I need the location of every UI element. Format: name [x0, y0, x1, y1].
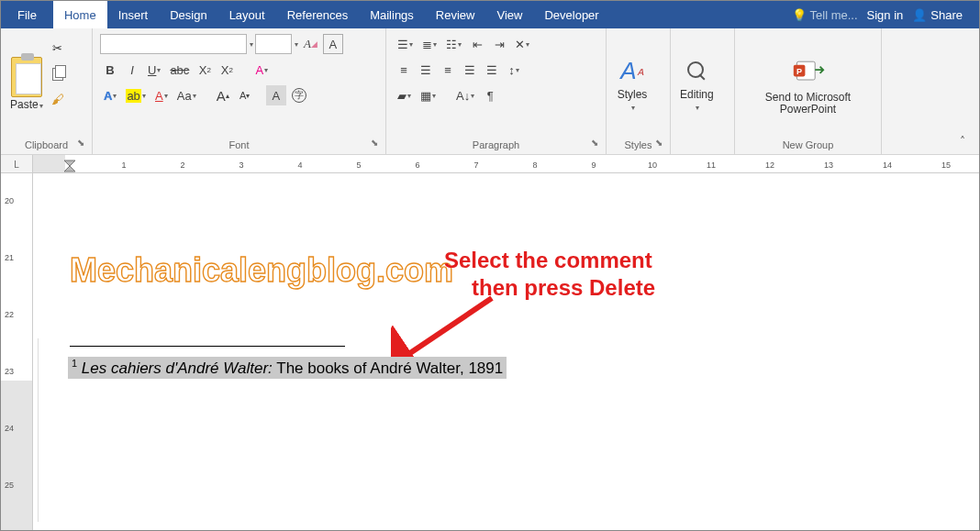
share-icon: 👤 [912, 8, 927, 22]
styles-label: Styles [618, 88, 648, 101]
highlight-button[interactable]: ab▾ [122, 85, 149, 105]
tab-view[interactable]: View [485, 1, 533, 28]
find-icon [684, 58, 709, 83]
svg-marker-4 [64, 166, 75, 171]
editing-label: Editing [680, 88, 714, 101]
ruler-h-number: 14 [883, 160, 892, 170]
tab-mailings[interactable]: Mailings [359, 1, 425, 28]
increase-indent-button[interactable]: ⇥ [489, 34, 509, 54]
tab-file[interactable]: File [1, 1, 53, 28]
ruler-v-number: 20 [5, 196, 14, 205]
tab-design[interactable]: Design [159, 1, 217, 28]
collapse-ribbon-button[interactable]: ˄ [952, 132, 974, 150]
font-name-combo[interactable] [100, 34, 247, 54]
justify-button[interactable]: ☰ [460, 60, 480, 80]
paste-label: Paste [10, 98, 39, 111]
ruler-h-number: 11 [707, 160, 716, 170]
paragraph-dialog-launcher[interactable]: ⬊ [591, 134, 598, 152]
share-button[interactable]: 👤 Share [912, 8, 963, 22]
asian-layout-button[interactable]: ✕▾ [511, 34, 533, 54]
show-hide-button[interactable]: ¶ [480, 85, 500, 105]
tell-me-search[interactable]: 💡 Tell me... [792, 8, 858, 22]
underline-button[interactable]: U▾ [144, 60, 164, 80]
tab-review[interactable]: Review [425, 1, 486, 28]
cut-button[interactable] [47, 38, 69, 58]
clipboard-dialog-launcher[interactable]: ⬊ [77, 134, 84, 152]
styles-dialog-launcher[interactable]: ⬊ [655, 134, 663, 152]
ruler-h-number: 10 [648, 160, 657, 170]
sign-in-button[interactable]: Sign in [867, 8, 904, 22]
paste-icon [11, 57, 42, 97]
footnote-text[interactable]: 1 Les cahiers d'André Walter: The books … [68, 357, 507, 379]
align-center-button[interactable]: ☰ [416, 60, 436, 80]
clear-formatting-button[interactable]: A◢ [300, 34, 321, 54]
horizontal-ruler[interactable]: L 123456789101112131415 [1, 155, 979, 173]
change-case-button[interactable]: Aa▾ [173, 85, 200, 105]
strikethrough-button[interactable]: abc [166, 60, 193, 80]
grow-font-button[interactable]: A▴ [213, 85, 233, 105]
paste-button[interactable]: Paste▾ [6, 32, 47, 136]
ruler-h-number: 13 [824, 160, 833, 170]
ribbon-tabs: File Home Insert Design Layout Reference… [1, 1, 979, 28]
vertical-ruler[interactable]: 202122232425 [1, 173, 33, 531]
editing-button[interactable]: Editing▾ [676, 32, 718, 136]
ruler-v-number: 25 [5, 481, 14, 490]
tab-developer[interactable]: Developer [533, 1, 609, 28]
ruler-h-number: 15 [941, 160, 951, 170]
document-page[interactable]: Mechanicalengblog.com Select the comment… [33, 173, 979, 531]
multilevel-list-button[interactable]: ☷▾ [442, 34, 465, 54]
italic-button[interactable]: I [122, 60, 142, 80]
font-color-button[interactable]: A▾ [151, 85, 172, 105]
numbering-button[interactable]: ≣▾ [418, 34, 440, 54]
ruler-v-number: 23 [5, 367, 14, 376]
send-to-powerpoint-button[interactable]: P Send to Microsoft PowerPoint [741, 32, 875, 136]
styles-icon: Aᴀ [616, 54, 649, 87]
font-dialog-launcher[interactable]: ⬊ [371, 134, 378, 152]
superscript-button[interactable]: X2 [217, 60, 237, 80]
bold-button[interactable]: B [100, 60, 120, 80]
sort-button[interactable]: A↓▾ [452, 85, 478, 105]
line-spacing-button[interactable]: ↕▾ [504, 60, 524, 80]
styles-group-label: Styles [625, 139, 652, 150]
subscript-button[interactable]: X2 [195, 60, 215, 80]
ruler-h-number: 4 [297, 160, 302, 170]
ruler-h-number: 5 [356, 160, 361, 170]
borders-button[interactable]: ▦▾ [417, 85, 440, 105]
tab-insert[interactable]: Insert [107, 1, 160, 28]
align-left-button[interactable]: ≡ [394, 60, 414, 80]
distributed-button[interactable]: ☰ [482, 60, 502, 80]
character-shading-button[interactable]: A [266, 85, 286, 105]
indent-marker-icon[interactable] [63, 160, 76, 172]
ruler-h-number: 3 [239, 160, 243, 170]
shrink-font-button[interactable]: A▾ [235, 85, 255, 105]
ruler-h-number: 1 [121, 160, 126, 170]
format-painter-button[interactable] [47, 89, 69, 109]
copy-button[interactable] [47, 63, 69, 83]
text-effects-button[interactable]: A▾ [100, 85, 120, 105]
ruler-v-number: 24 [5, 424, 14, 433]
ruler-v-number: 22 [5, 310, 14, 319]
tell-me-label: Tell me... [810, 8, 858, 22]
decrease-indent-button[interactable]: ⇤ [467, 34, 487, 54]
enclose-characters-button[interactable]: 字 [288, 85, 310, 105]
ruler-h-number: 12 [765, 160, 774, 170]
send-to-powerpoint-icon: P [790, 53, 827, 90]
chevron-down-icon: ▾ [250, 40, 253, 49]
tab-selector[interactable]: L [1, 155, 33, 173]
footnote-rest: The books of André Walter, 1891 [273, 360, 503, 377]
ruler-h-number: 9 [591, 160, 596, 170]
text-effects-eraser-button[interactable]: A▾ [251, 60, 272, 80]
bullets-button[interactable]: ☰▾ [394, 34, 417, 54]
font-size-combo[interactable] [255, 34, 292, 54]
new-group-label: New Group [741, 136, 875, 154]
footnote-separator [70, 346, 345, 347]
shading-button[interactable]: ▰▾ [394, 85, 415, 105]
tab-layout[interactable]: Layout [218, 1, 276, 28]
send-pp-label-2: PowerPoint [780, 103, 836, 116]
watermark-text: Mechanicalengblog.com [70, 251, 453, 290]
align-right-button[interactable]: ≡ [438, 60, 458, 80]
tab-references[interactable]: References [276, 1, 359, 28]
styles-button[interactable]: Aᴀ Styles▾ [612, 32, 652, 136]
phonetic-guide-button[interactable]: A [323, 34, 343, 54]
tab-home[interactable]: Home [53, 1, 107, 28]
